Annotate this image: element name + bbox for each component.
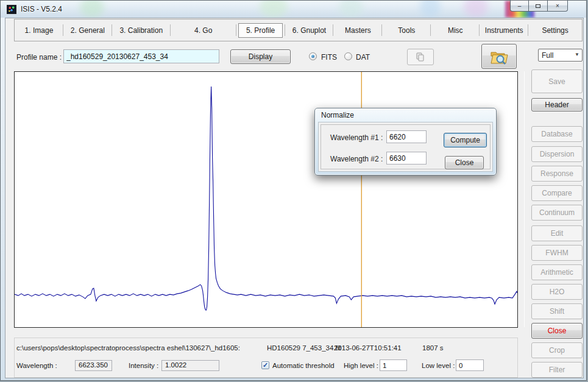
minimize-button[interactable]: –	[510, 1, 529, 12]
filter-button[interactable]: Filter	[531, 362, 583, 378]
dat-radio-label: DAT	[356, 53, 370, 62]
edit-button[interactable]: Edit	[531, 225, 583, 241]
close-dialog-button[interactable]: Close	[445, 156, 484, 169]
view-mode-value: Full	[542, 51, 553, 60]
arithmetic-button[interactable]: Arithmetic	[531, 264, 583, 280]
intensity-readout: 1.0022	[161, 360, 219, 371]
tab-gnuplot[interactable]: 6. Gnuplot	[285, 19, 334, 41]
tab-instruments[interactable]: Instruments	[480, 19, 528, 41]
wavelength1-input[interactable]	[386, 130, 427, 143]
high-level-label: High level :	[344, 362, 378, 369]
fits-radio-label: FITS	[321, 53, 337, 62]
dat-radio[interactable]	[344, 52, 352, 60]
response-button[interactable]: Response	[531, 166, 583, 182]
normalize-dialog-title: Normalize	[321, 111, 354, 119]
auto-threshold-label: Automatic threshold	[272, 362, 335, 369]
display-button[interactable]: Display	[230, 49, 291, 64]
app-window: ISIS - V5.2.4 – × 1. Image 2. General 3.…	[0, 0, 587, 381]
wavelength2-input[interactable]	[386, 152, 427, 164]
tab-calibration[interactable]: 3. Calibration	[112, 19, 171, 41]
dispersion-button[interactable]: Dispersion	[531, 146, 583, 162]
compare-button[interactable]: Compare	[531, 185, 583, 201]
profile-name-label: Profile name :	[16, 53, 62, 62]
datetime-label: 2013-06-27T10:51:41	[334, 344, 402, 352]
profile-name-input[interactable]	[63, 49, 219, 63]
status-panel	[14, 338, 518, 378]
close-icon: ×	[556, 2, 559, 9]
wavelength-readout: 6623.350	[75, 360, 112, 371]
low-level-label: Low level :	[422, 362, 455, 369]
normalize-dialog: Normalize Wavelength #1 : Compute Wavele…	[314, 108, 497, 175]
header-button[interactable]: Header	[531, 98, 583, 111]
window-title: ISIS - V5.2.4	[21, 5, 62, 13]
fwhm-button[interactable]: FWHM	[531, 245, 583, 261]
tab-misc[interactable]: Misc	[431, 19, 480, 41]
save-button[interactable]: Save	[531, 69, 583, 93]
intensity-label: Intensity :	[129, 362, 158, 369]
chevron-down-icon: ▼	[575, 52, 579, 57]
wavelength-label: Wavelength :	[16, 362, 57, 369]
copy-button[interactable]	[407, 49, 434, 65]
file-path-label: c:\users\pops\desktop\spectratoprocess\s…	[16, 344, 264, 352]
browse-profile-button[interactable]	[481, 44, 517, 69]
compute-button[interactable]: Compute	[444, 133, 487, 147]
maximize-icon	[536, 4, 540, 8]
tab-general[interactable]: 2. General	[63, 19, 112, 41]
tab-masters[interactable]: Masters	[333, 19, 382, 41]
app-icon[interactable]	[7, 5, 16, 14]
crop-button[interactable]: Crop	[531, 342, 583, 358]
view-mode-select[interactable]: Full ▼	[538, 49, 583, 62]
h2o-button[interactable]: H2O	[531, 284, 583, 300]
tab-profile[interactable]: 5. Profile	[236, 19, 285, 41]
panel-divider	[524, 71, 525, 327]
wavelength1-label: Wavelength #1 :	[330, 133, 383, 142]
check-icon: ✓	[263, 362, 268, 369]
fits-radio[interactable]	[309, 52, 317, 60]
tab-go[interactable]: 4. Go	[171, 19, 236, 41]
high-level-input[interactable]	[380, 359, 407, 371]
file-name-label: HD160529 7_453_34.fit	[267, 344, 341, 352]
folder-search-icon	[490, 49, 508, 65]
continuum-button[interactable]: Continuum	[531, 205, 583, 221]
normalize-groupbox: Wavelength #1 : Compute Wavelength #2 : …	[321, 124, 491, 169]
normalize-dialog-body: Wavelength #1 : Compute Wavelength #2 : …	[318, 122, 493, 172]
tab-strip: 1. Image 2. General 3. Calibration 4. Go…	[14, 19, 583, 41]
auto-threshold-checkbox[interactable]: ✓	[261, 361, 269, 369]
maximize-button[interactable]	[529, 1, 548, 12]
low-level-input[interactable]	[456, 359, 484, 371]
tab-settings[interactable]: Settings	[528, 19, 582, 41]
database-button[interactable]: Database	[531, 126, 583, 142]
shift-button[interactable]: Shift	[531, 303, 583, 319]
tab-image[interactable]: 1. Image	[15, 19, 63, 41]
exposure-label: 1807 s	[422, 344, 444, 352]
titlebar[interactable]: ISIS - V5.2.4 – ×	[1, 1, 586, 18]
tab-tools[interactable]: Tools	[382, 19, 431, 41]
close-profile-button[interactable]: Close	[531, 323, 583, 339]
wavelength2-label: Wavelength #2 :	[330, 155, 383, 163]
copy-pages-icon	[415, 52, 426, 63]
close-window-button[interactable]: ×	[548, 1, 568, 12]
minimize-icon: –	[518, 2, 522, 9]
